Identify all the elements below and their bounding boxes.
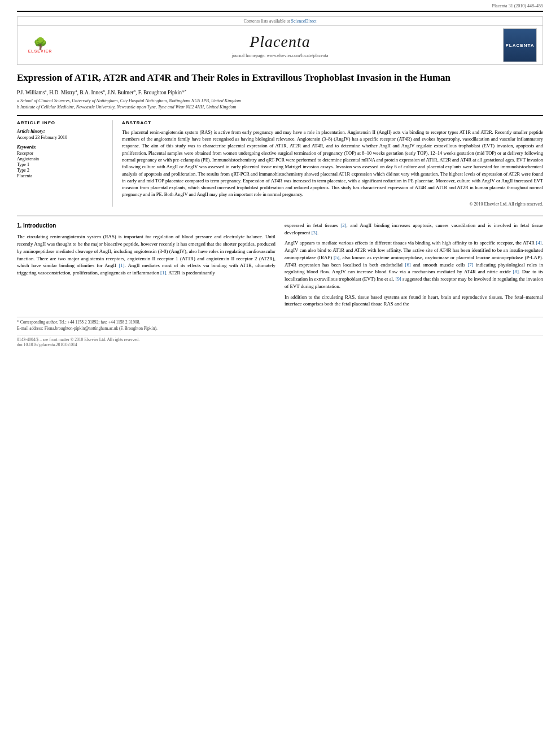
journal-banner: Contents lists available at ScienceDirec… [17,16,543,65]
authors-line: P.J. Williamsa, H.D. Mistrya, B.A. Innes… [17,89,543,95]
journal-ref: Placenta 31 (2010) 448–455 [492,3,543,8]
abstract-label: Abstract [122,120,543,125]
body-col-1: 1. Introduction The circulating renin-an… [17,222,275,311]
footnote-star: * Corresponding author. Tel.: +44 1158 2… [17,320,543,326]
keyword-angiotensin: Angiotensin [17,156,106,161]
cite-1b: [1] [160,270,166,276]
journal-title-area: Placenta journal homepage: www.elsevier.… [57,33,503,58]
abstract-text: The placental renin-angiotensin system (… [122,129,543,198]
body-para-3: AngIV appears to mediate various effects… [285,239,543,290]
history-subsection: Article history: Accepted 23 February 20… [17,129,106,140]
journal-homepage: journal homepage: www.elsevier.com/locat… [57,53,503,58]
cite-9: [9] [395,276,401,282]
body-para-2: expressed in fetal tissues [2], and AngI… [285,222,543,237]
cite-8: [8] [513,269,519,274]
cite-1: [1] [119,263,124,268]
doi-text: doi:10.1016/j.placenta.2010.02.014 [17,342,77,347]
body-content: 1. Introduction The circulating renin-an… [17,216,543,311]
cite-3: [3] [312,230,317,235]
keyword-receptor: Receptor [17,151,106,156]
elsevier-wordmark: ELSEVIER [28,49,53,53]
journal-middle: 🌳 ELSEVIER Placenta journal homepage: ww… [18,26,542,64]
sciencedirect-prefix: Contents lists available at [244,19,290,24]
article-info-panel: Article Info Article history: Accepted 2… [17,120,113,207]
accepted-date: Accepted 23 February 2010 [17,135,106,140]
journal-name: Placenta [57,33,503,51]
keywords-subsection: Keywords: Receptor Angiotensin Type 1 Ty… [17,145,106,178]
author-williams: P.J. Williams [17,90,45,95]
author-pipkin: F. Broughton Pipkin [138,90,182,95]
main-content: Expression of AT1R, AT2R and AT4R and Th… [17,72,543,311]
footer-bottom: 0143-4004/$ – see front matter © 2010 El… [17,335,543,347]
article-title: Expression of AT1R, AT2R and AT4R and Th… [17,72,543,84]
elsevier-logo: 🌳 ELSEVIER [23,34,57,56]
page-header: Placenta 31 (2010) 448–455 [17,0,543,12]
cite-4: [4] [536,240,542,246]
copyright-line: © 2010 Elsevier Ltd. All rights reserved… [122,202,543,207]
abstract-panel: Abstract The placental renin-angiotensin… [122,120,543,207]
keyword-type1: Type 1 [17,162,106,167]
cite-7: [7] [467,262,473,268]
page-footer: * Corresponding author. Tel.: +44 1158 2… [17,317,543,347]
body-para-1: The circulating renin-angiotensin system… [17,233,275,277]
author-mistry: H.D. Mistry [49,90,75,95]
body-para-4: In addition to the circulating RAS, tiss… [285,294,543,308]
author-innes: B.A. Innes [80,90,103,95]
article-info-abstract: Article Info Article history: Accepted 2… [17,115,543,207]
article-info-label: Article Info [17,120,106,125]
keyword-type2: Type 2 [17,168,106,173]
sciencedirect-bar: Contents lists available at ScienceDirec… [18,17,542,26]
keywords-label: Keywords: [17,145,106,150]
affiliation-b: b Institute of Cellular Medicine, Newcas… [17,104,543,110]
issn-text: 0143-4004/$ – see front matter © 2010 El… [17,337,139,342]
affiliation-a: a School of Clinical Sciences, Universit… [17,98,543,104]
body-col-2: expressed in fetal tissues [2], and AngI… [285,222,543,311]
elsevier-tree-icon: 🌳 [33,38,47,49]
author-bulmer: J.N. Bulmer [107,90,133,95]
cite-2: [2] [340,222,346,228]
cite-6: [6] [405,262,410,268]
cite-5: [5] [334,255,339,260]
keyword-placenta: Placenta [17,173,106,178]
history-label: Article history: [17,129,106,134]
placenta-logo-right: PLACENTA [503,28,537,62]
footnote-email: E-mail address: Fiona.broughton-pipkin@n… [17,326,543,332]
section1-title: 1. Introduction [17,222,275,230]
sciencedirect-link[interactable]: ScienceDirect [291,19,317,24]
affiliations: a School of Clinical Sciences, Universit… [17,98,543,110]
